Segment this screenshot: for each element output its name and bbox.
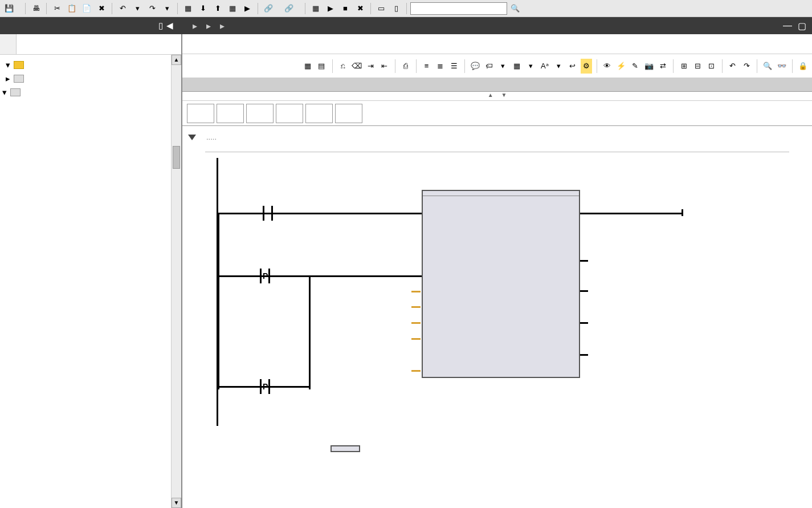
call-struct-icon[interactable]: ⊞ (678, 59, 689, 74)
zoom-icon[interactable]: 🔍 (762, 59, 773, 74)
tree-folder-system-blocks[interactable]: ▸ (0, 72, 171, 86)
scroll-thumb[interactable] (173, 146, 180, 169)
stop-icon[interactable]: ■ (338, 2, 352, 15)
network2-icon[interactable]: ▦ (511, 59, 523, 74)
compare-icon[interactable]: ⇄ (657, 59, 668, 74)
view-detail-icon[interactable]: ▤ (316, 59, 327, 74)
hmi-icon[interactable]: ▦ (309, 2, 323, 15)
split-h-icon[interactable]: ▭ (374, 2, 388, 15)
ladder-diagram[interactable]: P P (205, 158, 812, 466)
highlight-icon[interactable]: ⚙ (581, 59, 592, 74)
move-block[interactable] (330, 445, 360, 452)
contact-always-true[interactable] (259, 206, 276, 221)
start-icon[interactable]: ▶ (324, 2, 337, 15)
close-conn-icon[interactable]: ✖ (353, 2, 367, 15)
scroll-down-icon[interactable]: ▼ (172, 498, 181, 508)
dd1-icon[interactable]: ▾ (497, 59, 509, 74)
sim-icon[interactable]: ▶ (240, 2, 254, 15)
glasses-icon[interactable]: 👓 (776, 59, 787, 74)
lock-icon[interactable]: 🔒 (797, 59, 809, 74)
lad-coil[interactable] (246, 104, 274, 123)
dep-icon[interactable]: ⊟ (692, 59, 703, 74)
go-online-icon[interactable]: 🔗 (262, 2, 275, 15)
lad-empty-box[interactable] (276, 104, 303, 123)
tree-folder-tech-objects[interactable]: ▾ (0, 86, 171, 99)
dd2-icon[interactable]: ▾ (525, 59, 536, 74)
project-tree-panel: ▾ ▸ ▾ ▲ ▼ (0, 34, 182, 508)
indent-icon[interactable]: ⇥ (365, 59, 376, 74)
editor-panel: ▦ ▤ ⎌ ⌫ ⇥ ⇤ ⎙ ≡ ≣ ☰ 💬 🏷 ▾ ▦ ▾ Aᵃ ▾ ↩ ⚙ 👁… (182, 34, 812, 508)
xref-icon[interactable]: ⊡ (706, 59, 717, 74)
align-c-icon[interactable]: ≣ (435, 59, 446, 74)
contact-start-screw[interactable]: P (256, 379, 274, 394)
fb-title (423, 191, 579, 196)
tree-folder-program-blocks[interactable]: ▾ (0, 58, 171, 72)
contact-tag112[interactable]: P (256, 269, 274, 283)
block-interface-bar[interactable] (182, 78, 812, 92)
split-v-icon[interactable]: ▯ (389, 2, 403, 15)
copy-icon[interactable]: 📋 (65, 2, 79, 15)
monitor-icon[interactable]: 👁 (602, 59, 613, 74)
editor-toolbar: ▦ ▤ ⎌ ⌫ ⇥ ⇤ ⎙ ≡ ≣ ☰ 💬 🏷 ▾ ▦ ▾ Aᵃ ▾ ↩ ⚙ 👁… (182, 54, 812, 78)
delete-icon[interactable]: ✖ (95, 2, 108, 15)
maximize-icon[interactable]: ▢ (798, 21, 806, 31)
lad-palette (182, 101, 812, 126)
outdent-icon[interactable]: ⇤ (378, 59, 390, 74)
wrap-icon[interactable]: ↩ (566, 59, 578, 74)
align-r-icon[interactable]: ☰ (448, 59, 460, 74)
scroll-up-icon[interactable]: ▲ (172, 55, 181, 65)
device-icon[interactable]: ▦ (226, 2, 239, 15)
nav-fwd-icon[interactable]: ↷ (741, 59, 752, 74)
breadcrumb: ▸ ▸ ▸ — ▢ (182, 17, 812, 34)
tag-icon[interactable]: 🏷 (484, 59, 495, 74)
lad-nc-contact[interactable] (217, 104, 244, 123)
paste-icon[interactable]: 📄 (80, 2, 93, 15)
undo-dd-icon[interactable]: ▾ (130, 2, 144, 15)
tree-header: ▯ ◀ (0, 17, 182, 34)
snapshot-icon[interactable]: 📷 (643, 59, 655, 74)
interface-toggle[interactable]: ▲ ▼ (182, 92, 812, 101)
network-collapse-icon[interactable] (188, 135, 196, 140)
go-offline-icon[interactable]: 🔗 (282, 2, 296, 15)
undo-icon[interactable]: ↶ (116, 2, 129, 15)
project-tree[interactable]: ▾ ▸ ▾ (0, 55, 171, 508)
goto-icon[interactable]: ⎙ (399, 59, 411, 74)
view-table-icon[interactable]: ▦ (302, 59, 313, 74)
cut-icon[interactable]: ✂ (50, 2, 64, 15)
mb-master-block[interactable] (422, 190, 580, 378)
tree-collapse-icon[interactable]: ▯ (158, 21, 163, 31)
save-icon[interactable]: 💾 (2, 2, 16, 15)
modify-icon[interactable]: ✎ (629, 59, 640, 74)
tree-scrollbar[interactable]: ▲ ▼ (171, 55, 181, 508)
network-comment[interactable] (182, 143, 812, 149)
redo-dd-icon[interactable]: ▾ (160, 2, 174, 15)
dd3-icon[interactable]: ▾ (553, 59, 564, 74)
lad-branch[interactable] (305, 104, 333, 123)
download-icon[interactable]: ⬇ (196, 2, 210, 15)
tree-tab[interactable] (0, 34, 17, 54)
main-toolbar: 💾 🖶 ✂ 📋 📄 ✖ ↶ ▾ ↷ ▾ ▦ ⬇ ⬆ ▦ ▶ 🔗 🔗 ▦ ▶ ■ … (0, 0, 812, 17)
network-area[interactable]: ..... (182, 126, 812, 508)
lad-no-contact[interactable] (187, 104, 214, 123)
lad-jump[interactable] (335, 104, 362, 123)
font-icon[interactable]: Aᵃ (539, 59, 550, 74)
redo-icon[interactable]: ↷ (145, 2, 159, 15)
search-exec-icon[interactable]: 🔍 (508, 2, 522, 15)
minimize-icon[interactable]: — (783, 21, 792, 31)
comment-icon[interactable]: 💬 (470, 59, 481, 74)
align-l-icon[interactable]: ≡ (421, 59, 432, 74)
force-icon[interactable]: ⚡ (615, 59, 627, 74)
delete-network-icon[interactable]: ⌫ (351, 59, 362, 74)
compile-icon[interactable]: ▦ (181, 2, 195, 15)
print-icon[interactable]: 🖶 (29, 2, 43, 15)
project-search-input[interactable] (410, 2, 507, 15)
insert-network-icon[interactable]: ⎌ (337, 59, 348, 74)
upload-icon[interactable]: ⬆ (211, 2, 225, 15)
nav-back-icon[interactable]: ↶ (727, 59, 738, 74)
tree-arrow-icon[interactable]: ◀ (166, 21, 173, 31)
